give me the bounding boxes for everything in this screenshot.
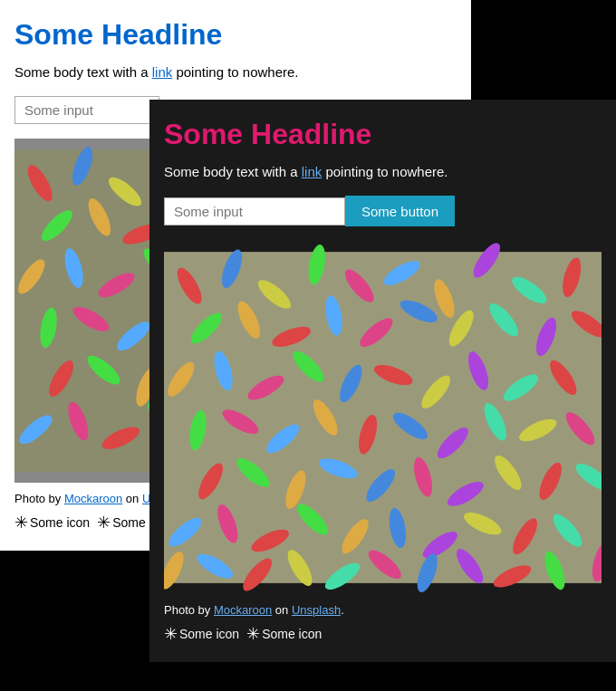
- card2-button[interactable]: Some button: [345, 196, 455, 226]
- card1-credit-mid: on: [122, 492, 142, 505]
- card2-photo-credit: Photo by Mockaroon on Unsplash.: [164, 603, 602, 617]
- card2-body: Some body text with a link pointing to n…: [164, 164, 602, 179]
- sun-icon-4: ✳: [246, 624, 260, 644]
- card1-credit-name[interactable]: Mockaroon: [64, 492, 122, 505]
- card2-image: [164, 241, 602, 594]
- card1-input[interactable]: [14, 96, 159, 124]
- card1-headline: Some Headline: [14, 18, 457, 52]
- card2-icon1: ✳ Some icon: [164, 624, 239, 644]
- card1-credit-prefix: Photo by: [14, 492, 64, 505]
- card2-credit-prefix: Photo by: [164, 603, 214, 617]
- card2-icon2: ✳ Some icon: [246, 624, 322, 644]
- card2-input[interactable]: [164, 197, 345, 226]
- card1-link[interactable]: link: [152, 64, 173, 80]
- card1-icon1-label: Some icon: [30, 515, 90, 530]
- card2-link[interactable]: link: [302, 164, 322, 179]
- sun-icon: ✳: [14, 513, 28, 533]
- card-dark: Some Headline Some body text with a link…: [149, 100, 616, 662]
- card2-icon-row: ✳ Some icon ✳ Some icon: [164, 624, 602, 644]
- card1-body: Some body text with a link pointing to n…: [14, 64, 457, 80]
- card2-credit-site[interactable]: Unsplash: [292, 603, 341, 617]
- sun-icon-2: ✳: [97, 513, 111, 533]
- card2-icon2-label: Some icon: [262, 627, 322, 641]
- card2-link-suffix: pointing to nowhere.: [322, 164, 448, 179]
- card2-headline: Some Headline: [164, 118, 602, 151]
- card1-link-suffix: pointing to nowhere.: [172, 64, 298, 80]
- card2-body-text: Some body text with a: [164, 164, 302, 179]
- card1-body-text: Some body text with a: [14, 64, 152, 80]
- card2-input-row: Some button: [164, 196, 602, 226]
- card2-credit-suffix: .: [341, 603, 344, 617]
- sun-icon-3: ✳: [164, 624, 178, 644]
- card2-credit-name[interactable]: Mockaroon: [214, 603, 272, 617]
- card1-icon1: ✳ Some icon: [14, 513, 90, 533]
- card2-credit-mid: on: [272, 603, 292, 617]
- card2-icon1-label: Some icon: [179, 627, 239, 641]
